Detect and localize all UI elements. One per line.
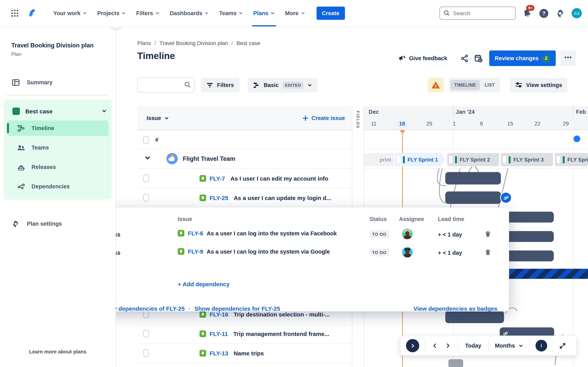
timeline-bar-gray[interactable] <box>448 359 463 367</box>
sprint-bar-3[interactable]: FLY Sprint 2 <box>447 153 499 166</box>
timeline-bar-fly25[interactable] <box>445 192 501 204</box>
nav-item-teams[interactable]: Teams <box>215 0 248 26</box>
zoom-level-dropdown[interactable]: Months <box>489 339 530 352</box>
svg-text:?: ? <box>542 10 546 16</box>
nav-item-your-work[interactable]: Your work <box>49 0 91 26</box>
row-divider <box>137 149 352 149</box>
issue-key-link[interactable]: FLY-6 <box>188 230 203 236</box>
issue-key-link[interactable]: FLY-25 <box>210 194 228 201</box>
global-search-input[interactable] <box>440 7 516 20</box>
jira-logo[interactable] <box>25 6 39 20</box>
issue-key-link[interactable]: FLY-13 <box>210 350 228 356</box>
view-dependencies-as-badges-link[interactable]: View dependencies as badges <box>414 305 497 312</box>
add-dependency-link[interactable]: + Add dependency <box>178 281 229 287</box>
scroll-left-button[interactable] <box>432 343 438 348</box>
show-dependencies-link[interactable]: Show dependencies for FLY-25 <box>194 305 280 312</box>
sprint-notch <box>503 156 506 164</box>
issue-key-link[interactable]: FLY-9 <box>188 248 203 255</box>
nav-item-plans[interactable]: Plans <box>249 0 279 26</box>
dependency-issue-fly-6[interactable]: FLY-6As a user I can log into the system… <box>178 230 337 236</box>
dependency-issue-fly-9[interactable]: FLY-9As a user I can log into the system… <box>178 248 330 255</box>
issue-key-link[interactable]: FLY-7 <box>210 175 225 182</box>
sidebar-item-label: Summary <box>27 79 52 85</box>
date-tick: 25 <box>424 120 435 128</box>
issue-summary: As a user I can log into the system via … <box>207 230 337 236</box>
help-button[interactable]: ? <box>539 8 549 18</box>
chevron-down-icon <box>82 11 87 16</box>
sprint-label: print <box>380 157 391 163</box>
notifications-button[interactable]: 9+ <box>522 8 532 18</box>
dependency-link-badge[interactable] <box>500 192 512 203</box>
date-tick: 11 <box>368 120 379 128</box>
sprint-bar-2[interactable]: FLY Sprint 1 <box>395 153 445 166</box>
sprint-bar-1[interactable]: print <box>364 153 394 166</box>
month-divider <box>453 106 453 117</box>
issue-summary: Trip destination selection - multi-... <box>234 311 330 317</box>
team-group-name[interactable]: Flight Travel Team <box>183 153 235 164</box>
timeline-bar-fly7[interactable] <box>445 172 501 184</box>
primary-nav-items: Your workProjectsFiltersDashboardsTeamsP… <box>49 0 309 26</box>
sidebar-item-label: Teams <box>32 144 49 151</box>
nav-item-filters[interactable]: Filters <box>132 0 164 26</box>
scroll-right-button[interactable] <box>445 343 451 348</box>
sprint-notch <box>557 156 560 164</box>
row-checkbox[interactable] <box>143 136 149 144</box>
scenario-name: Best case <box>25 108 96 114</box>
fullscreen-button[interactable] <box>553 339 572 352</box>
sidebar-item-dependencies[interactable]: Dependencies <box>7 179 109 194</box>
row-checkbox[interactable] <box>143 194 149 201</box>
nav-item-label: More <box>285 10 298 16</box>
delete-dependency-button[interactable] <box>484 230 491 237</box>
issue-key-link[interactable]: FLY-11 <box>210 330 228 337</box>
issue-row-fly-7[interactable]: FLY-7As I user I can edit my account inf… <box>199 168 328 188</box>
scenario-header[interactable]: Best case <box>12 104 107 118</box>
sidebar-item-teams[interactable]: Teams <box>7 140 109 155</box>
delete-dependency-button[interactable] <box>484 249 491 255</box>
nav-item-label: Projects <box>97 10 119 16</box>
sprint-state-pill <box>563 156 565 163</box>
chevron-down-icon <box>519 343 523 348</box>
sprint-bar-4[interactable]: FLY Sprint 3 <box>501 153 553 166</box>
nav-item-label: Filters <box>136 10 153 16</box>
info-button[interactable] <box>530 339 553 352</box>
issue-key-link[interactable]: FLY-16 <box>210 311 228 317</box>
timeline-bar-fly16[interactable] <box>445 311 504 323</box>
row-checkbox[interactable] <box>143 349 149 357</box>
nav-item-projects[interactable]: Projects <box>93 0 130 26</box>
group-collapse-chevron[interactable] <box>145 155 150 161</box>
milestone-dot[interactable] <box>574 135 580 142</box>
settings-gear-icon[interactable] <box>555 8 565 18</box>
plan-title: Travel Booking Division plan <box>11 42 109 49</box>
team-avatar <box>166 153 178 164</box>
issue-row-fly-11[interactable]: FLY-11Trip management frontend frame... <box>199 324 329 343</box>
create-button[interactable]: Create <box>316 7 345 20</box>
sprint-notch <box>397 156 400 164</box>
user-avatar[interactable]: CJ <box>572 8 582 18</box>
top-navigation-bar: Your workProjectsFiltersDashboardsTeamsP… <box>0 0 588 27</box>
sidebar-item-plan-settings[interactable]: Plan settings <box>6 216 109 232</box>
issue-row-fly-25[interactable]: FLY-25As a user I can update my login d.… <box>199 188 331 207</box>
expand-panel-button[interactable] <box>401 339 425 352</box>
chevron-down-icon <box>155 11 160 16</box>
row-checkbox[interactable] <box>143 174 149 182</box>
scenario-color-swatch <box>12 107 20 115</box>
sprint-bar-5[interactable]: FLY Sprin <box>555 153 588 166</box>
popup-column-lead-time: Lead time <box>438 216 464 222</box>
sidebar-item-summary[interactable]: Summary <box>6 75 109 90</box>
create-issue-button[interactable]: Create issue <box>303 106 345 130</box>
month-label: Feb <box>576 109 586 115</box>
learn-more-link[interactable]: Learn more about plans <box>0 349 115 355</box>
date-tick-today: 18 <box>397 120 408 128</box>
gear-icon <box>12 220 20 228</box>
today-button[interactable]: Today <box>458 339 489 352</box>
row-checkbox[interactable] <box>143 330 149 337</box>
sidebar-item-releases[interactable]: Releases <box>7 159 109 175</box>
issue-row-fly-13[interactable]: FLY-13Name trips <box>199 343 264 363</box>
nav-item-more[interactable]: More <box>281 0 309 26</box>
issue-column-header[interactable]: Issue <box>147 106 169 130</box>
nav-item-dashboards[interactable]: Dashboards <box>165 0 213 26</box>
story-type-icon <box>199 311 206 317</box>
app-switcher-icon[interactable] <box>8 6 22 20</box>
sidebar-item-timeline[interactable]: Timeline <box>7 120 109 136</box>
sprint-label: FLY Sprint 2 <box>460 157 490 163</box>
